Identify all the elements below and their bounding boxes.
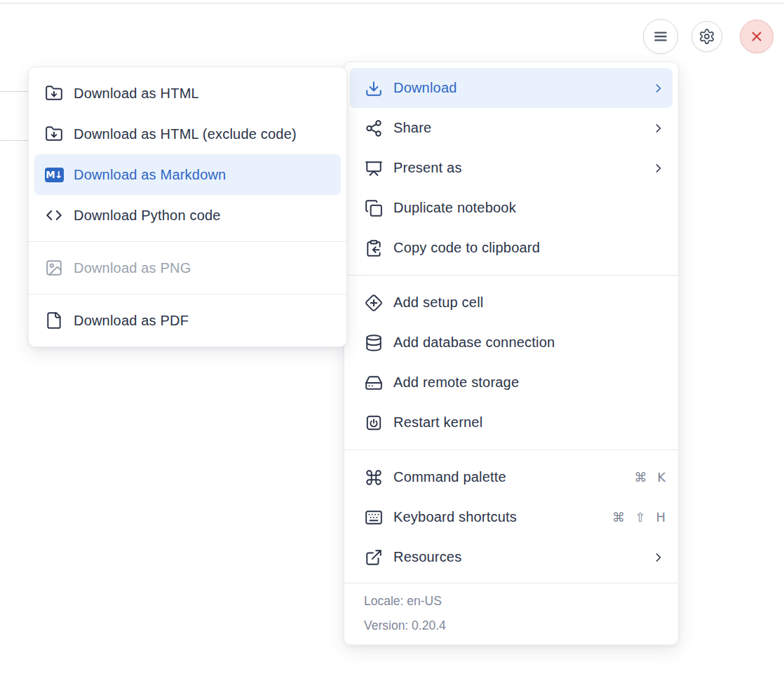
close-icon: [748, 28, 765, 45]
menu-item-present-as[interactable]: Present as: [344, 148, 678, 188]
settings-button[interactable]: [691, 21, 722, 52]
code-icon: [44, 206, 64, 224]
chevron-right-icon: [651, 161, 665, 175]
submenu-item-download-markdown[interactable]: M↓ Download as Markdown: [34, 154, 341, 195]
menu-item-add-setup-cell[interactable]: Add setup cell: [344, 283, 678, 323]
menu-item-resources[interactable]: Resources: [344, 537, 678, 577]
submenu-item-download-png: Download as PNG: [29, 248, 346, 288]
hamburger-menu-icon: [651, 27, 670, 46]
shortcut-hint: ⌘ ⇧ H: [612, 510, 665, 525]
share-icon: [364, 119, 384, 137]
locale-text: Locale: en-US: [364, 589, 658, 614]
menu-item-label: Download Python code: [74, 208, 335, 224]
submenu-item-download-html[interactable]: Download as HTML: [29, 73, 346, 114]
menu-separator: [344, 449, 678, 450]
menu-item-label: Copy code to clipboard: [393, 240, 665, 256]
menu-item-restart-kernel[interactable]: Restart kernel: [344, 402, 678, 442]
notebook-menu: Download Share Present as Duplicate note…: [344, 62, 679, 645]
submenu-item-download-pdf[interactable]: Download as PDF: [29, 300, 346, 341]
menu-separator: [344, 275, 678, 276]
markdown-badge-icon: M↓: [44, 168, 64, 182]
gear-icon: [698, 28, 715, 45]
menu-separator: [29, 294, 346, 295]
file-icon: [44, 311, 64, 330]
menu-item-add-remote-storage[interactable]: Add remote storage: [344, 363, 678, 402]
menu-item-download[interactable]: Download: [350, 68, 673, 108]
submenu-item-download-html-exclude-code[interactable]: Download as HTML (exclude code): [29, 114, 346, 154]
menu-item-label: Present as: [393, 160, 651, 176]
menu-separator: [29, 241, 346, 242]
menu-item-label: Download as HTML (exclude code): [74, 126, 335, 142]
menu-item-label: Download as HTML: [74, 86, 335, 102]
background-border-line: [0, 140, 29, 141]
menu-item-label: Keyboard shortcuts: [393, 509, 612, 525]
shortcut-hint: ⌘ K: [634, 470, 665, 485]
menu-item-label: Add database connection: [393, 334, 665, 351]
image-icon: [44, 259, 64, 277]
menu-item-duplicate-notebook[interactable]: Duplicate notebook: [344, 188, 678, 228]
page-top-border: [0, 3, 784, 4]
menu-item-label: Download: [393, 80, 651, 96]
menu-item-label: Duplicate notebook: [393, 200, 665, 216]
shutdown-button[interactable]: [740, 20, 773, 53]
menu-item-label: Command palette: [393, 469, 634, 485]
power-square-icon: [364, 414, 384, 432]
menu-item-label: Download as PNG: [74, 260, 335, 276]
chevron-right-icon: [651, 550, 665, 564]
download-icon: [364, 79, 384, 97]
folder-down-icon: [44, 125, 64, 143]
menu-item-label: Resources: [393, 549, 651, 565]
chevron-right-icon: [651, 81, 665, 95]
copy-icon: [364, 199, 384, 217]
external-link-icon: [364, 548, 384, 567]
menu-item-label: Download as PDF: [74, 313, 335, 329]
version-text: Version: 0.20.4: [364, 614, 658, 638]
menu-item-keyboard-shortcuts[interactable]: Keyboard shortcuts ⌘ ⇧ H: [344, 497, 678, 537]
menu-item-share[interactable]: Share: [344, 108, 678, 148]
folder-down-icon: [44, 84, 64, 102]
menu-item-label: Add remote storage: [393, 374, 665, 391]
menu-item-label: Download as Markdown: [74, 167, 335, 183]
menu-item-label: Add setup cell: [393, 295, 665, 311]
menu-item-command-palette[interactable]: Command palette ⌘ K: [344, 457, 678, 497]
menu-item-label: Share: [393, 120, 651, 136]
background-border-line: [0, 91, 29, 92]
submenu-item-download-python-code[interactable]: Download Python code: [29, 195, 346, 236]
chevron-right-icon: [651, 121, 665, 135]
menu-item-add-database-connection[interactable]: Add database connection: [344, 323, 678, 363]
diamond-plus-icon: [364, 294, 384, 312]
clipboard-copy-icon: [364, 239, 384, 257]
notebook-menu-button[interactable]: [643, 19, 678, 54]
hard-drive-icon: [364, 374, 384, 392]
menu-footer: Locale: en-US Version: 0.20.4: [344, 583, 678, 644]
menu-item-copy-code[interactable]: Copy code to clipboard: [344, 228, 678, 268]
menu-item-label: Restart kernel: [393, 414, 665, 431]
command-icon: [364, 468, 384, 487]
keyboard-icon: [364, 508, 384, 527]
presentation-icon: [364, 159, 384, 177]
download-submenu: Download as HTML Download as HTML (exclu…: [28, 67, 347, 347]
database-icon: [364, 334, 384, 352]
